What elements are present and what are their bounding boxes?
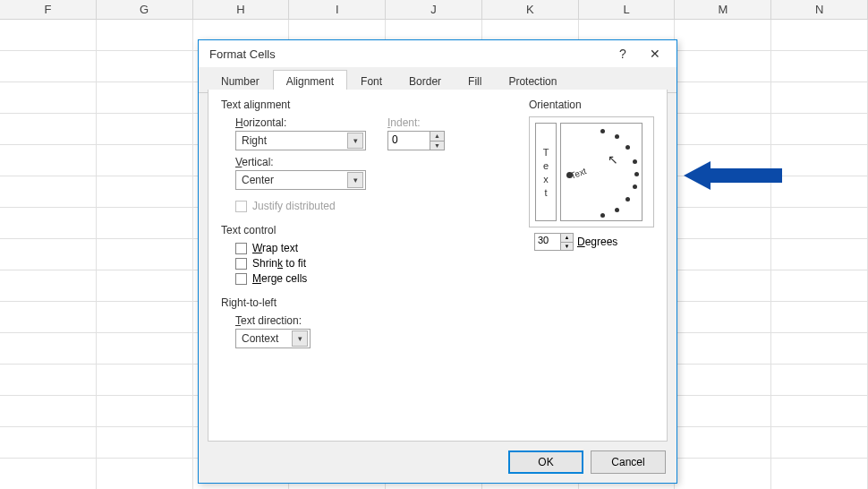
svg-marker-0	[684, 161, 782, 190]
titlebar[interactable]: Format Cells ? ✕	[199, 40, 677, 67]
wrap-text-label: Wrap text	[252, 242, 298, 254]
vertical-combo[interactable]: Center ▾	[235, 170, 366, 190]
col-header[interactable]: I	[289, 0, 386, 19]
text-direction-value: Context	[242, 332, 278, 345]
ok-button[interactable]: OK	[508, 450, 583, 474]
shrink-to-fit-label: Shrink to fit	[252, 257, 306, 270]
col-header[interactable]: K	[482, 0, 579, 19]
chevron-down-icon: ▾	[292, 330, 308, 347]
spinner-up-icon[interactable]: ▲	[561, 234, 573, 243]
indent-value: 0	[388, 132, 430, 150]
orientation-dial[interactable]: Text ↖	[560, 123, 642, 221]
horizontal-combo[interactable]: Right ▾	[235, 131, 366, 150]
indent-label: Indent:	[387, 116, 445, 129]
spinner-down-icon[interactable]: ▼	[561, 243, 573, 251]
chevron-down-icon: ▾	[347, 172, 363, 188]
section-right-to-left: Right-to-left	[221, 296, 654, 309]
help-button[interactable]: ?	[607, 41, 639, 66]
text-direction-label: Text direction:	[235, 314, 654, 327]
col-header[interactable]: G	[97, 0, 193, 19]
col-header[interactable]: M	[675, 0, 771, 19]
text-direction-combo[interactable]: Context ▾	[235, 329, 311, 348]
column-headers: F G H I J K L M N	[0, 0, 868, 20]
tab-body-alignment: Text alignment Horizontal: Right ▾ Inden…	[208, 90, 668, 442]
cancel-button[interactable]: Cancel	[591, 450, 666, 474]
checkbox-icon	[235, 258, 247, 270]
merge-cells-label: Merge cells	[252, 272, 307, 285]
checkbox-icon	[235, 243, 247, 254]
horizontal-value: Right	[242, 134, 267, 147]
cursor-icon: ↖	[608, 152, 618, 167]
format-cells-dialog: Format Cells ? ✕ Number Alignment Font B…	[198, 39, 677, 484]
chevron-down-icon: ▾	[347, 133, 363, 149]
checkbox-icon	[235, 273, 247, 285]
spinner-down-icon[interactable]: ▼	[430, 142, 444, 150]
vertical-value: Center	[242, 174, 274, 186]
annotation-arrow-icon	[684, 158, 782, 196]
col-header[interactable]: J	[386, 0, 482, 19]
degrees-value: 30	[535, 234, 560, 250]
dialog-buttons: OK Cancel	[508, 450, 666, 474]
shrink-to-fit-checkbox[interactable]: Shrink to fit	[235, 257, 654, 270]
checkbox-icon	[235, 201, 247, 212]
close-button[interactable]: ✕	[639, 41, 671, 66]
col-header[interactable]: L	[579, 0, 676, 19]
col-header[interactable]: H	[193, 0, 290, 19]
col-header[interactable]: N	[771, 0, 868, 19]
indent-spinner[interactable]: 0 ▲ ▼	[387, 131, 445, 150]
dialog-title: Format Cells	[209, 47, 607, 61]
horizontal-label: Horizontal:	[235, 116, 366, 129]
spinner-up-icon[interactable]: ▲	[430, 132, 444, 142]
col-header[interactable]: F	[0, 0, 97, 19]
merge-cells-checkbox[interactable]: Merge cells	[235, 272, 654, 285]
vertical-text-button[interactable]: T e x t	[535, 123, 557, 221]
section-orientation: Orientation	[529, 99, 654, 111]
orientation-group: Orientation T e x t Text ↖	[529, 99, 654, 251]
degrees-label: Degrees	[577, 236, 617, 248]
justify-distributed-label: Justify distributed	[252, 200, 336, 212]
degrees-spinner[interactable]: 30 ▲ ▼	[534, 233, 574, 251]
